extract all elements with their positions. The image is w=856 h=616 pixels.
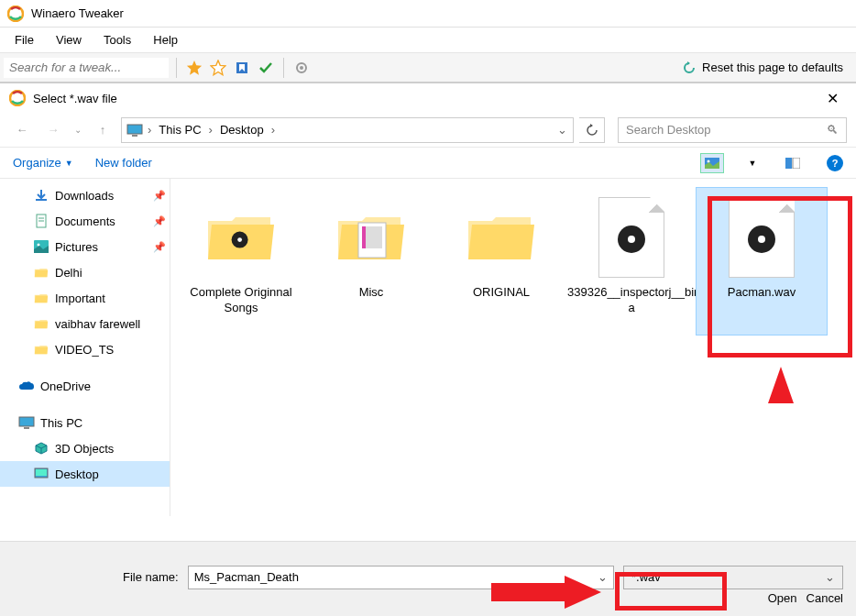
svg-point-17 (38, 244, 40, 247)
svg-rect-11 (785, 158, 792, 169)
monitor-icon (126, 123, 144, 138)
chevron-right-icon[interactable]: › (146, 123, 153, 137)
back-button[interactable]: ← (9, 117, 35, 143)
breadcrumb[interactable]: › This PC › Desktop › ⌄ (121, 117, 574, 143)
objects3d-icon (33, 440, 49, 456)
toolbar-separator (283, 58, 284, 78)
desktop-icon (33, 466, 49, 482)
nav-tree[interactable]: Downloads📌 Documents📌 Pictures📌 Delhi Im… (0, 179, 170, 516)
command-row: Organize ▼ New folder ▼ ? (0, 148, 856, 179)
file-dialog: Select *.wav file ✕ ← → ⌄ ↑ › This PC › … (0, 82, 856, 616)
close-button[interactable]: ✕ (818, 85, 847, 111)
view-dropdown-button[interactable]: ▼ (746, 153, 759, 173)
pictures-icon (33, 238, 49, 255)
gear-icon[interactable] (291, 58, 312, 78)
tree-this-pc[interactable]: This PC (0, 410, 170, 435)
search-input[interactable]: Search Desktop 🔍︎ (618, 117, 847, 143)
tree-video-ts[interactable]: VIDEO_TS (0, 336, 170, 362)
tree-downloads[interactable]: Downloads📌 (0, 182, 170, 208)
bookmark-icon[interactable] (232, 58, 252, 78)
chevron-down-icon[interactable]: ⌄ (555, 123, 569, 137)
tweak-search-input[interactable] (4, 58, 169, 78)
menu-tools[interactable]: Tools (93, 29, 142, 50)
forward-button[interactable]: → (40, 117, 66, 143)
up-button[interactable]: ↑ (90, 117, 115, 143)
menu-file[interactable]: File (4, 29, 45, 50)
tree-vaibhav[interactable]: vaibhav farewell (0, 311, 170, 336)
onedrive-icon (18, 378, 35, 394)
file-item-folder[interactable]: ORIGINAL (436, 188, 566, 335)
favorite-outline-icon[interactable] (208, 58, 228, 78)
tree-important[interactable]: Important (0, 285, 170, 311)
dialog-titlebar: Select *.wav file ✕ (0, 83, 856, 113)
preview-pane-button[interactable] (781, 153, 805, 173)
svg-rect-24 (362, 226, 366, 248)
menu-help[interactable]: Help (142, 29, 189, 50)
dialog-footer: File name: Ms_Pacman_Death⌄ *.wav⌄ (0, 541, 856, 616)
app-logo-icon (9, 90, 26, 106)
tree-desktop[interactable]: Desktop (0, 461, 170, 487)
file-item-folder[interactable]: Misc (306, 188, 436, 335)
document-icon (33, 213, 49, 229)
tree-3d-objects[interactable]: 3D Objects (0, 435, 170, 461)
tree-onedrive[interactable]: OneDrive (0, 373, 170, 399)
folder-icon (33, 341, 49, 358)
tree-delhi[interactable]: Delhi (0, 259, 170, 285)
checkmark-icon[interactable] (256, 58, 276, 78)
file-item-audio[interactable]: Pacman.wav (697, 188, 827, 335)
tree-pictures[interactable]: Pictures📌 (0, 234, 170, 259)
breadcrumb-thispc[interactable]: This PC (155, 123, 204, 137)
app-titlebar: Winaero Tweaker (0, 0, 856, 28)
search-icon: 🔍︎ (827, 123, 839, 137)
breadcrumb-desktop[interactable]: Desktop (216, 123, 268, 137)
cancel-button[interactable]: Cancel (807, 591, 843, 605)
reset-button[interactable]: Reset this page to defaults (673, 60, 852, 75)
refresh-button[interactable] (579, 117, 605, 143)
chevron-right-icon[interactable]: › (207, 123, 214, 137)
pin-icon: 📌 (153, 190, 166, 202)
reset-icon (682, 60, 697, 75)
menu-view[interactable]: View (45, 29, 93, 50)
folder-icon (33, 290, 49, 306)
menu-bar: File View Tools Help (0, 28, 856, 53)
folder-icon (33, 315, 49, 332)
chevron-right-icon[interactable]: › (269, 123, 277, 137)
favorite-solid-icon[interactable] (184, 58, 204, 78)
svg-rect-7 (127, 125, 142, 134)
toolbar: Reset this page to defaults (0, 53, 856, 82)
file-list[interactable]: Complete Originnal Songs Misc ORIGINAL 3… (170, 179, 856, 516)
monitor-icon (18, 414, 35, 431)
recent-dropdown[interactable]: ⌄ (71, 117, 84, 143)
svg-rect-8 (132, 135, 137, 137)
svg-rect-12 (793, 158, 800, 169)
download-icon (33, 187, 49, 204)
svg-point-6 (300, 66, 303, 70)
nav-row: ← → ⌄ ↑ › This PC › Desktop › ⌄ Search D… (0, 113, 856, 148)
open-button[interactable]: Open (768, 591, 797, 605)
app-logo-icon (7, 6, 24, 22)
tree-documents[interactable]: Documents📌 (0, 208, 170, 234)
new-folder-button[interactable]: New folder (95, 156, 152, 170)
dialog-title: Select *.wav file (33, 92, 818, 105)
svg-rect-19 (24, 427, 29, 429)
pin-icon: 📌 (153, 241, 166, 253)
svg-rect-21 (36, 469, 47, 476)
filename-input[interactable]: Ms_Pacman_Death⌄ (188, 566, 614, 589)
file-item-audio[interactable]: 339326__inspectorj__bird_whistling-a (566, 188, 697, 335)
file-item-folder[interactable]: Complete Originnal Songs (176, 188, 306, 335)
toolbar-separator (176, 58, 177, 78)
pin-icon: 📌 (153, 215, 166, 227)
filename-label: File name: (123, 570, 179, 584)
app-title: Winaero Tweaker (31, 6, 124, 20)
svg-rect-18 (19, 417, 34, 426)
folder-icon (33, 264, 49, 280)
filetype-select[interactable]: *.wav⌄ (623, 566, 843, 589)
help-button[interactable]: ? (827, 155, 843, 171)
view-mode-button[interactable] (700, 153, 724, 173)
organize-button[interactable]: Organize ▼ (13, 156, 73, 170)
